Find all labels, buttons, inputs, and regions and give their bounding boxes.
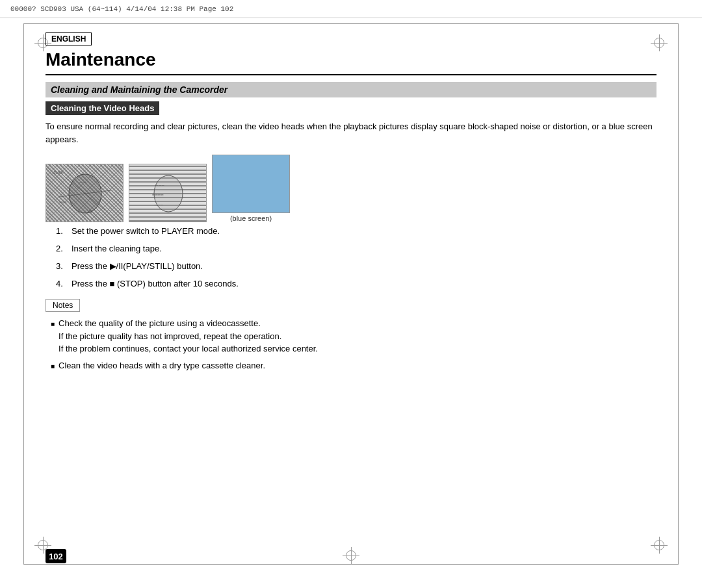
svg-text:///: /// [88,209,92,214]
step-2-num: 2. [56,244,66,253]
noise-pattern: JUG ~~~ ≈≈≈ /// [46,164,123,222]
subsection-header: Cleaning the Video Heads [46,101,159,115]
svg-text:≈≈≈≈: ≈≈≈≈ [152,192,164,198]
steps-list: 1. Set the power switch to PLAYER mode. … [56,226,656,288]
images-row: JUG ~~~ ≈≈≈ /// ~~~ ≈≈≈≈ ~~~ (blue scre [46,155,656,222]
svg-text:≈≈≈: ≈≈≈ [59,199,67,204]
note-2-text: Clean the video heads with a dry type ca… [58,359,265,372]
page-title: Maintenance [46,49,656,75]
image-blue-screen [212,155,290,213]
noise-svg: JUG ~~~ ≈≈≈ /// [46,164,124,222]
page-number: 102 [46,549,66,563]
step-1: 1. Set the power switch to PLAYER mode. [56,226,656,236]
note-1-text: Check the quality of the picture using a… [58,317,318,355]
step-3-num: 3. [56,261,66,271]
note-1: Check the quality of the picture using a… [51,317,656,355]
svg-text:~~~: ~~~ [155,183,164,188]
blue-screen-label: (blue screen) [212,214,290,222]
notes-section: Notes Check the quality of the picture u… [46,299,656,372]
step-3: 3. Press the ▶/II(PLAY/STILL) button. [56,261,656,271]
notes-list: Check the quality of the picture using a… [51,317,656,372]
step-1-text: Set the power switch to PLAYER mode. [72,226,220,236]
image-lines: ~~~ ≈≈≈≈ ~~~ [129,164,207,222]
page-border-bottom [23,564,679,565]
page-border-right [678,23,679,565]
step-4: 4. Press the ■ (STOP) button after 10 se… [56,279,656,288]
page-border-top [23,23,679,24]
step-2: 2. Insert the cleaning tape. [56,244,656,253]
blue-screen-container: (blue screen) [212,155,290,222]
step-4-text: Press the ■ (STOP) button after 10 secon… [72,279,239,288]
step-2-text: Insert the cleaning tape. [72,244,162,253]
page-border-left [23,23,24,565]
note-2: Clean the video heads with a dry type ca… [51,359,656,372]
notes-label: Notes [46,299,80,312]
blue-screen [213,155,289,212]
lines-svg: ~~~ ≈≈≈≈ ~~~ [129,164,207,222]
body-text: To ensure normal recording and clear pic… [46,120,656,146]
top-header: 00000? SCD903 USA (64~114) 4/14/04 12:38… [0,0,702,18]
section-header: Cleaning and Maintaining the Camcorder [46,82,656,97]
svg-text:JUG: JUG [53,170,63,175]
svg-text:~~~: ~~~ [79,180,86,185]
header-text: 00000? SCD903 USA (64~114) 4/14/04 12:38… [10,5,233,13]
reg-mark-bc [346,550,356,561]
english-badge: ENGLISH [46,32,92,45]
svg-text:~~~: ~~~ [154,202,163,208]
step-4-num: 4. [56,279,66,288]
main-content: ENGLISH Maintenance Cleaning and Maintai… [46,32,656,549]
image-noise: JUG ~~~ ≈≈≈ /// [46,164,124,222]
step-1-num: 1. [56,226,66,236]
step-3-text: Press the ▶/II(PLAY/STILL) button. [72,261,203,271]
